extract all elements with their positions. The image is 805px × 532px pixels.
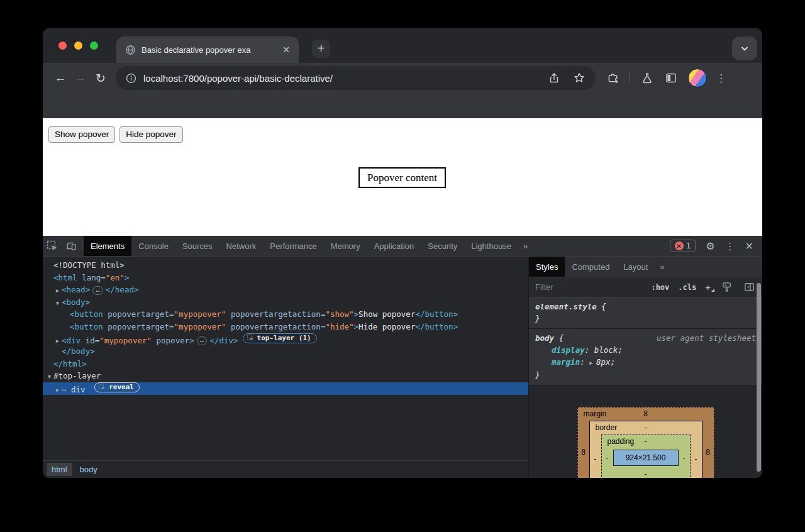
- code-tag: </body>: [62, 346, 95, 356]
- code-attr: id: [80, 335, 95, 345]
- code-text: Show popover: [358, 309, 415, 319]
- tree-row[interactable]: ▼<body>: [43, 296, 528, 309]
- inspect-element-icon[interactable]: [43, 236, 62, 256]
- code-tag: </html>: [53, 359, 87, 369]
- code-text: Hide popover: [358, 322, 415, 331]
- box-model-margin[interactable]: margin 8 8 border -: [577, 407, 714, 478]
- show-popover-button[interactable]: Show popover: [48, 126, 115, 143]
- forward-button[interactable]: →: [70, 68, 91, 88]
- more-sidebar-tabs-chevron-icon[interactable]: »: [655, 257, 669, 277]
- devtools-tab-application[interactable]: Application: [367, 236, 421, 256]
- tree-row[interactable]: <!DOCTYPE html>: [43, 259, 528, 272]
- twisty-expanded-icon[interactable]: ▼: [53, 297, 62, 310]
- tree-row[interactable]: </html>: [43, 358, 528, 370]
- collapsed-content-ellipsis[interactable]: …: [197, 336, 208, 345]
- twisty-collapsed-icon[interactable]: ▶: [53, 285, 62, 297]
- twisty-expanded-icon[interactable]: ▼: [45, 371, 53, 384]
- style-rule[interactable]: element.style {}: [529, 297, 762, 329]
- styles-rules-area: element.style {}body {user agent stylesh…: [529, 297, 762, 478]
- more-tabs-chevron-icon[interactable]: »: [518, 236, 533, 256]
- tree-row[interactable]: <button popovertarget="mypopover" popove…: [43, 321, 528, 333]
- popover-content-box: Popover content: [358, 167, 446, 188]
- breadcrumb-html[interactable]: html: [47, 463, 72, 476]
- code-tag: <html: [53, 273, 77, 282]
- url-text[interactable]: localhost:7800/popover-api/basic-declara…: [143, 73, 535, 84]
- css-property[interactable]: display: block;: [535, 344, 756, 356]
- devtools-tab-sources[interactable]: Sources: [175, 236, 219, 256]
- side-panel-icon[interactable]: [664, 71, 678, 85]
- devtools-close-icon[interactable]: ✕: [740, 240, 758, 252]
- browser-tab[interactable]: Basic declarative popover exa ✕: [116, 36, 299, 63]
- tab-search-button[interactable]: [732, 36, 757, 60]
- code-plain: #top-layer: [53, 371, 101, 380]
- bookmark-star-icon[interactable]: [573, 72, 586, 84]
- class-toggle[interactable]: .cls: [678, 283, 696, 292]
- reload-button[interactable]: ↻: [91, 68, 111, 88]
- device-toolbar-icon[interactable]: [62, 236, 80, 256]
- tree-row[interactable]: <html lang="en">: [43, 272, 528, 284]
- box-model-content[interactable]: 924×21.500: [613, 450, 679, 466]
- hide-popover-button[interactable]: Hide popover: [119, 126, 182, 143]
- styles-tabbar: StylesComputedLayout»: [529, 257, 762, 277]
- box-model-diagram[interactable]: margin 8 8 border -: [529, 407, 762, 478]
- expand-shorthand-icon[interactable]: ▶: [589, 360, 596, 366]
- devtools-settings-gear-icon[interactable]: ⚙: [701, 240, 719, 252]
- rule-selector[interactable]: body: [535, 333, 554, 343]
- devtools-tab-elements[interactable]: Elements: [84, 236, 131, 256]
- css-property[interactable]: margin: ▶ 8px;: [535, 356, 756, 369]
- tab-title: Basic declarative popover exa: [142, 45, 280, 55]
- web-page-viewport: Show popover Hide popover Popover conten…: [43, 118, 762, 236]
- devtools-tab-memory[interactable]: Memory: [324, 236, 367, 256]
- code-value: "show": [325, 309, 353, 319]
- tree-row[interactable]: </body>: [43, 345, 528, 358]
- sidebar-tab-styles[interactable]: Styles: [529, 257, 565, 277]
- tree-row[interactable]: <button popovertarget="mypopover" popove…: [43, 308, 528, 321]
- extensions-icon[interactable]: [606, 71, 619, 85]
- devtools-tab-console[interactable]: Console: [131, 236, 175, 256]
- minimize-window-button[interactable]: [74, 42, 82, 50]
- devtools-tab-performance[interactable]: Performance: [263, 236, 323, 256]
- new-style-rule-button[interactable]: +: [705, 282, 711, 292]
- sidebar-tab-computed[interactable]: Computed: [565, 257, 616, 277]
- box-model-border[interactable]: border - - padding -: [589, 421, 702, 478]
- rendering-emulation-icon[interactable]: [721, 281, 733, 294]
- fullscreen-window-button[interactable]: [90, 42, 98, 50]
- tab-close-icon[interactable]: ✕: [280, 43, 292, 56]
- experiments-flask-icon[interactable]: [640, 71, 654, 85]
- devtools-menu-kebab-icon[interactable]: ⋮: [720, 240, 740, 252]
- code-attr: popover: [152, 335, 189, 345]
- code-value: "mypopover": [174, 322, 226, 331]
- sidebar-tab-layout[interactable]: Layout: [616, 257, 655, 277]
- new-tab-button[interactable]: +: [312, 40, 330, 58]
- back-button[interactable]: ←: [50, 68, 70, 88]
- share-icon[interactable]: [548, 72, 560, 84]
- tree-row[interactable]: ▶<div id="mypopover" popover>…</div>top-…: [43, 333, 528, 346]
- stylesheet-origin: user agent stylesheet: [657, 332, 756, 344]
- site-info-icon[interactable]: [126, 73, 136, 84]
- devtools-tab-lighthouse[interactable]: Lighthouse: [464, 236, 518, 256]
- toggle-sidebar-icon[interactable]: [743, 281, 756, 294]
- profile-avatar[interactable]: [688, 69, 707, 87]
- adorner-badge[interactable]: top-layer (1): [243, 333, 317, 343]
- adorner-badge[interactable]: reveal: [94, 382, 140, 392]
- browser-menu-kebab-icon[interactable]: ⋮: [716, 72, 726, 85]
- breadcrumb-body[interactable]: body: [75, 463, 103, 476]
- address-bar[interactable]: localhost:7800/popover-api/basic-declara…: [116, 66, 596, 90]
- code-value: "mypopover": [174, 309, 226, 319]
- collapsed-content-ellipsis[interactable]: …: [92, 286, 103, 295]
- tree-row[interactable]: ▶↪ div reveal: [43, 382, 528, 395]
- tree-row[interactable]: ▼#top-layer: [43, 370, 528, 382]
- rule-selector[interactable]: element.style: [535, 302, 597, 311]
- close-window-button[interactable]: [58, 42, 67, 50]
- pseudo-state-toggle[interactable]: :hov: [651, 283, 669, 292]
- tree-row[interactable]: ▶<head>…</head>: [43, 284, 528, 296]
- styles-scrollbar-thumb[interactable]: [757, 283, 761, 472]
- twisty-collapsed-icon[interactable]: ▶: [53, 384, 62, 397]
- code-plain: <!DOCTYPE html>: [53, 260, 125, 270]
- box-model-padding[interactable]: padding - - 924×21.500 -: [601, 435, 691, 478]
- devtools-tab-network[interactable]: Network: [219, 236, 264, 256]
- devtools-tab-security[interactable]: Security: [421, 236, 464, 256]
- error-count-badge[interactable]: ✕ 1: [670, 240, 696, 252]
- style-rule[interactable]: body {user agent stylesheetdisplay: bloc…: [529, 329, 762, 385]
- styles-filter-input[interactable]: Filter: [535, 282, 642, 292]
